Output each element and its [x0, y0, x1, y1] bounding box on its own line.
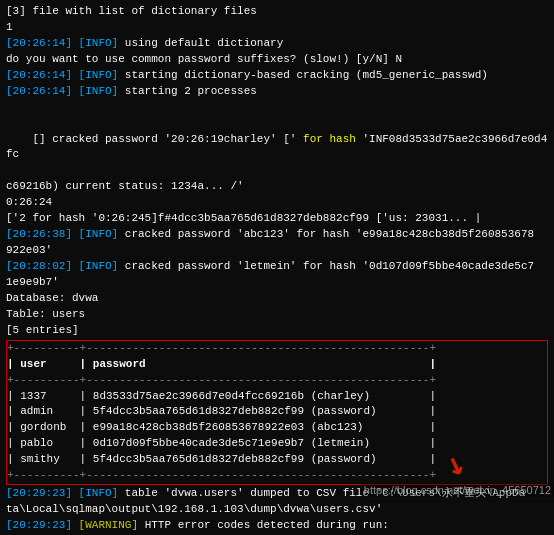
- line-table-name: Table: users: [6, 307, 548, 323]
- table-header: | user | password |: [7, 357, 547, 373]
- table-row: | smithy | 5f4dcc3b5aa765d61d8327deb882c…: [7, 452, 547, 468]
- line-warning: [20:29:23] [WARNING] HTTP error codes de…: [6, 518, 548, 534]
- line-cracked4: [20:28:02] [INFO] cracked password 'letm…: [6, 259, 548, 275]
- line-prompt1: do you want to use common password suffi…: [6, 52, 548, 68]
- table-row: | admin | 5f4dcc3b5aa765d61d8327deb882cf…: [7, 404, 547, 420]
- line-footer1b: ta\Local\sqlmap\output\192.168.1.103\dum…: [6, 502, 548, 518]
- table-row: | gordonb | e99a18c428cb38d5f26085367892…: [7, 420, 547, 436]
- line-info1: [20:26:14] [INFO] using default dictiona…: [6, 36, 548, 52]
- line-db: Database: dvwa: [6, 291, 548, 307]
- line-cracked1: [] cracked password '20:26:19charley' ['…: [6, 116, 548, 180]
- results-table: +----------+----------------------------…: [6, 340, 548, 485]
- table-border-top: +----------+----------------------------…: [7, 341, 547, 357]
- line-info2: [20:26:14] [INFO] starting dictionary-ba…: [6, 68, 548, 84]
- table-border-mid: +----------+----------------------------…: [7, 373, 547, 389]
- table-row: | pablo | 0d107d09f5bbe40cade3de5c71e9e9…: [7, 436, 547, 452]
- line-blank1: [6, 100, 548, 116]
- line-info3: [20:26:14] [INFO] starting 2 processes: [6, 84, 548, 100]
- terminal-window: [3] file with list of dictionary files 1…: [0, 0, 554, 535]
- line-cracked3: [20:26:38] [INFO] cracked password 'abc1…: [6, 227, 548, 243]
- line-title: [3] file with list of dictionary files: [6, 4, 548, 20]
- table-border-bottom: +----------+----------------------------…: [7, 468, 547, 484]
- watermark-text: https://blog.csdn.net/weixin_45650712: [361, 483, 554, 497]
- line-num: 1: [6, 20, 548, 36]
- line-cracked4b: 1e9e9b7': [6, 275, 548, 291]
- table-row: | 1337 | 8d3533d75ae2c3966d7e0d4fcc69216…: [7, 389, 547, 405]
- line-cracked2: ['2 for hash '0:26:245]f#4dcc3b5aa765d61…: [6, 211, 548, 227]
- line-cracked1b: c69216b) current status: 1234a... /': [6, 179, 548, 195]
- line-entries: [5 entries]: [6, 323, 548, 339]
- line-cracked3b: 922e03': [6, 243, 548, 259]
- line-time1: 0:26:24: [6, 195, 548, 211]
